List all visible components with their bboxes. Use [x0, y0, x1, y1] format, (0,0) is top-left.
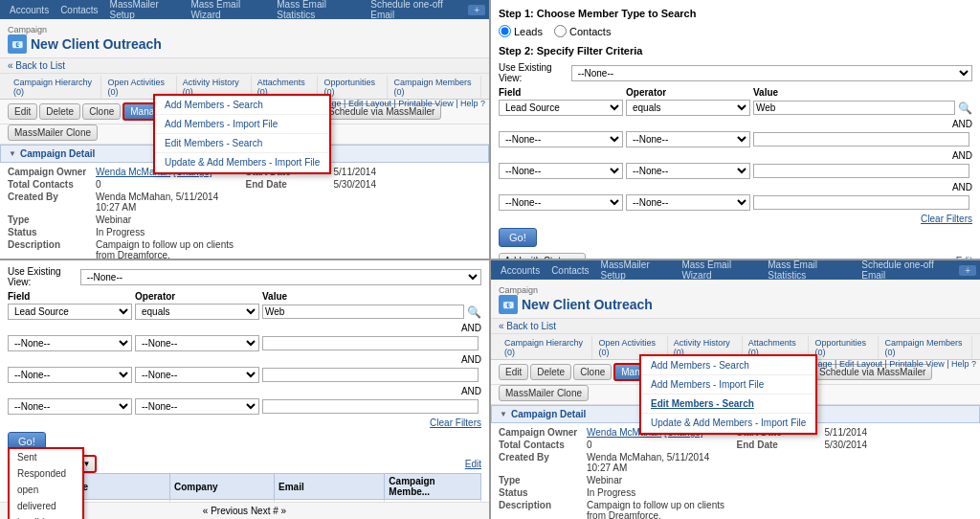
bl-filter-search-btn-0[interactable]: 🔍 — [467, 305, 481, 319]
br-nav-mass-email-stats[interactable]: Mass Email Statistics — [762, 260, 856, 281]
description-row: Description Campaign to follow up on cli… — [8, 239, 244, 259]
br-nav-accounts[interactable]: Accounts — [495, 265, 546, 276]
filter-value-2[interactable] — [753, 164, 969, 178]
filter-panel-bottom: Use Existing View: --None-- Field Operat… — [0, 260, 489, 519]
br-clone-button[interactable]: Clone — [573, 364, 612, 380]
br-tab-opportunities[interactable]: Opportunities (0) — [809, 336, 879, 359]
dropdown-edit-search[interactable]: Edit Members - Search — [155, 134, 329, 153]
bl-filter-field-0[interactable]: Lead Source — [8, 304, 132, 320]
bl-filter-operator-0[interactable]: equals — [135, 304, 259, 320]
br-dropdown-edit-search[interactable]: Edit Members - Search — [641, 395, 815, 414]
bl-edit-link[interactable]: Edit — [465, 459, 481, 469]
bl-col-email[interactable]: Email — [275, 474, 385, 500]
br-delete-button[interactable]: Delete — [530, 364, 571, 380]
br-massmailer-clone-button[interactable]: MassMailer Clone — [499, 385, 589, 401]
add-status-dropdown: Sent Responded open delivered invalid Ne… — [8, 447, 84, 519]
filter-field-2[interactable]: --None-- — [499, 163, 623, 179]
tab-hierarchy[interactable]: Campaign Hierarchy (0) — [8, 76, 101, 99]
br-nav-massmailer-setup[interactable]: MassMailer Setup — [595, 260, 677, 281]
created-by-label: Created By — [8, 192, 94, 213]
nav-mass-email-stats[interactable]: Mass Email Statistics — [271, 0, 365, 20]
add-with-status-label: Add with Status — [504, 256, 570, 259]
filter-field-3[interactable]: --None-- — [499, 194, 623, 211]
go-button-top[interactable]: Go! — [499, 228, 537, 247]
dropdown-update-import[interactable]: Update & Add Members - Import File — [155, 153, 329, 172]
br-nav-schedule[interactable]: Schedule one-off Email — [856, 260, 957, 281]
nav-accounts[interactable]: Accounts — [4, 5, 55, 15]
br-nav-contacts[interactable]: Contacts — [546, 265, 594, 276]
filter-operator-3[interactable]: --None-- — [626, 194, 750, 211]
clone-button[interactable]: Clone — [82, 103, 121, 120]
dropdown-add-search[interactable]: Add Members - Search — [155, 96, 329, 115]
br-tab-hierarchy[interactable]: Campaign Hierarchy (0) — [499, 336, 592, 359]
status-open[interactable]: open — [10, 482, 82, 498]
massmailer-clone-button[interactable]: MassMailer Clone — [8, 124, 98, 141]
br-nav-plus[interactable]: + — [959, 265, 976, 276]
owner-label: Campaign Owner — [8, 167, 94, 177]
br-back-link[interactable]: « Back to List — [491, 319, 980, 334]
bl-col-company[interactable]: Company — [170, 474, 275, 500]
br-dropdown-update-import[interactable]: Update & Add Members - Import File — [641, 414, 815, 433]
contacts-radio-label[interactable]: Contacts — [554, 25, 611, 37]
filter-field-1[interactable]: --None-- — [499, 131, 623, 147]
bl-filter-field-1[interactable]: --None-- — [8, 335, 132, 351]
back-to-list-link[interactable]: « Back to List — [0, 58, 489, 74]
bl-filter-operator-1[interactable]: --None-- — [135, 335, 259, 351]
filter-value-0[interactable] — [753, 101, 955, 115]
bl-filter-value-1[interactable] — [262, 336, 479, 350]
contacts-radio[interactable] — [554, 25, 567, 37]
bl-filter-field-2[interactable]: --None-- — [8, 367, 132, 383]
filter-value-3[interactable] — [753, 195, 969, 210]
clear-filters-bl[interactable]: Clear Filters — [8, 417, 481, 428]
nav-massmailer-setup[interactable]: MassMailer Setup — [104, 0, 186, 20]
status-responded[interactable]: Responded — [10, 465, 82, 482]
filter-operator-0[interactable]: equals — [626, 100, 750, 116]
bl-filter-field-3[interactable]: --None-- — [8, 398, 132, 415]
br-status-label: Status — [499, 487, 585, 498]
filter-search-btn-0[interactable]: 🔍 — [958, 102, 972, 115]
bl-filter-operator-3[interactable]: --None-- — [135, 398, 259, 415]
leads-radio[interactable] — [499, 25, 511, 37]
nav-contacts[interactable]: Contacts — [55, 5, 103, 15]
status-label: Status — [8, 227, 94, 237]
br-nav-mass-email-wizard[interactable]: Mass Email Wizard — [676, 260, 762, 281]
end-date-value: 5/30/2014 — [334, 179, 482, 190]
status-invalid[interactable]: invalid — [10, 514, 82, 519]
dropdown-add-import[interactable]: Add Members - Import File — [155, 115, 329, 134]
filter-operator-1[interactable]: --None-- — [626, 131, 750, 147]
pagination-text[interactable]: « Previous Next # » — [203, 506, 286, 516]
filter-value-1[interactable] — [753, 132, 969, 147]
bl-filter-value-3[interactable] — [262, 399, 479, 414]
br-campaign-header: Campaign 📧 New Client Outreach — [491, 280, 980, 319]
bl-col-campaign-member[interactable]: Campaign Membe... — [385, 474, 481, 500]
clear-filters-top[interactable]: Clear Filters — [499, 214, 972, 224]
type-value: Webinar — [96, 214, 244, 225]
nav-mass-email-wizard[interactable]: Mass Email Wizard — [185, 0, 271, 20]
bl-filter-value-2[interactable] — [262, 368, 479, 382]
br-edit-button[interactable]: Edit — [499, 364, 528, 380]
br-tab-campaign-members[interactable]: Campaign Members (0) — [879, 336, 972, 359]
existing-view-select-top[interactable]: --None-- — [571, 65, 972, 81]
br-dropdown-add-import[interactable]: Add Members - Import File — [641, 375, 815, 395]
existing-view-select-bl[interactable]: --None-- — [80, 269, 481, 285]
status-delivered[interactable]: delivered — [10, 498, 82, 514]
nav-plus-button[interactable]: + — [468, 5, 485, 15]
filter-field-0[interactable]: Lead Source — [499, 100, 623, 116]
members-edit-link-top[interactable]: Edit — [956, 256, 972, 259]
bl-filter-value-0[interactable] — [262, 305, 464, 319]
filter-operator-2[interactable]: --None-- — [626, 163, 750, 179]
nav-schedule[interactable]: Schedule one-off Email — [365, 0, 466, 20]
add-with-status-btn-top[interactable]: Add with Status ▼ — [499, 253, 586, 259]
end-date-row: End Date 5/30/2014 — [246, 179, 482, 190]
br-dropdown-add-search[interactable]: Add Members - Search — [641, 356, 815, 375]
tab-campaign-members[interactable]: Campaign Members (0) — [388, 76, 481, 99]
status-sent[interactable]: Sent — [10, 449, 82, 465]
edit-button[interactable]: Edit — [8, 103, 37, 120]
br-manage-members-dropdown: Add Members - Search Add Members - Impor… — [639, 354, 817, 435]
br-campaign-label: Campaign — [499, 285, 972, 295]
leads-radio-label[interactable]: Leads — [499, 25, 543, 37]
bl-filter-operator-2[interactable]: --None-- — [135, 367, 259, 383]
delete-button[interactable]: Delete — [39, 103, 80, 120]
operator-header: Operator — [626, 87, 750, 98]
use-existing-label-bl: Use Existing View: — [8, 266, 75, 287]
